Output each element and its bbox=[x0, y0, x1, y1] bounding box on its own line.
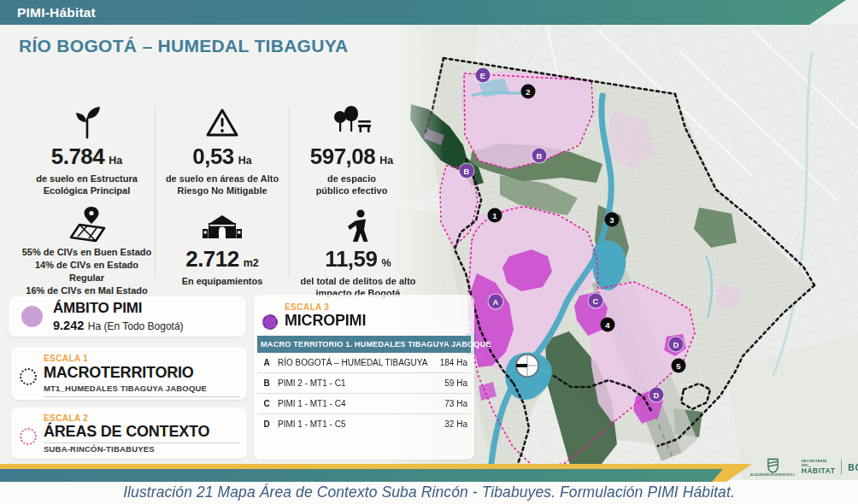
park-icon bbox=[294, 101, 409, 140]
legend-ambito-pimi: ÁMBITO PIMI 9.242 Ha (En Todo Bogotá) bbox=[9, 296, 246, 337]
map-marker-c: C bbox=[589, 294, 603, 308]
table-row: B PIMI 2 - MT1 - C1 59 Ha bbox=[257, 373, 471, 394]
divider bbox=[155, 107, 156, 278]
legend-escala1-macroterritorio: ESCALA 1 MACROTERRITORIO MT1_HUMEDALES T… bbox=[11, 347, 247, 400]
footer-bar-teal bbox=[0, 469, 723, 482]
map-marker-a: A bbox=[489, 295, 503, 309]
table-row: A RÍO BOGOTÁ – HUMEDAL TIBAGUYA 184 Ha bbox=[257, 353, 471, 373]
stat-delitos: 11,59% del total de delitos de alto impa… bbox=[294, 203, 422, 299]
map-marker-3: 3 bbox=[605, 213, 620, 227]
map-marker-b2: B bbox=[460, 164, 474, 179]
brand-title: PIMI-Hábitat bbox=[0, 5, 96, 21]
bogota-logo: BOGOTÁ ★ bbox=[848, 462, 858, 472]
table-row: D PIMI 1 - MT1 - C5 32 Ha bbox=[257, 414, 471, 434]
ambito-swatch-circle bbox=[21, 306, 43, 327]
table-row: C PIMI 1 - MT1 - C4 73 Ha bbox=[257, 394, 471, 414]
micropimi-table: MACRO TERRITORIO 1. HUMEDALES TIBAGUYA J… bbox=[257, 336, 471, 434]
micropimi-swatch-circle bbox=[262, 314, 278, 330]
map-marker-e: E bbox=[476, 68, 491, 83]
logo-divider bbox=[841, 460, 842, 475]
institutional-logos: ALCALDÍA MAYOR DE BOGOTÁ D.C. SECRETARÍA… bbox=[750, 454, 858, 481]
person-icon bbox=[294, 203, 422, 243]
civic-building-icon bbox=[157, 203, 287, 243]
contexto-swatch-circle bbox=[20, 428, 37, 445]
warning-triangle-icon bbox=[157, 101, 287, 140]
alcaldia-shield-logo: ALCALDÍA MAYOR DE BOGOTÁ D.C. bbox=[750, 458, 796, 477]
map-marker-d2: D bbox=[649, 388, 664, 402]
stat-civs: 55% de CIVs en Buen Estado 14% de CIVs e… bbox=[21, 203, 153, 296]
map-marker-d: D bbox=[669, 337, 684, 352]
figure-caption: Ilustración 21 Mapa Área de Contexto Sub… bbox=[0, 483, 858, 501]
stat-equipamientos: 2.712m2 En equipamientos bbox=[157, 203, 287, 287]
map-marker-2: 2 bbox=[521, 85, 536, 99]
shield-icon bbox=[767, 458, 779, 473]
table-header: MACRO TERRITORIO 1. HUMEDALES TIBAGUYA J… bbox=[257, 336, 471, 353]
stat-estructura-ecologica: 5.784Ha de suelo en Estructura Ecológica… bbox=[21, 101, 153, 196]
secretaria-habitat-logo: SECRETARÍA DEL HÁBITAT bbox=[802, 460, 836, 475]
compass-icon bbox=[516, 355, 538, 377]
road-map-pin-icon bbox=[21, 203, 153, 243]
divider bbox=[289, 107, 290, 278]
map-marker-5: 5 bbox=[672, 359, 686, 373]
stat-riesgo: 0,53Ha de suelo en áreas de Alto Riesgo … bbox=[157, 101, 287, 196]
header-bar: PIMI-Hábitat bbox=[0, 0, 846, 25]
map-marker-1: 1 bbox=[488, 208, 502, 223]
stat-espacio-publico: 597,08Ha de espacio público efectivo bbox=[294, 101, 409, 196]
map-marker-4: 4 bbox=[601, 318, 615, 332]
legend-escala3-micropimi: ESCALA 3 MICROPIMI MACRO TERRITORIO 1. H… bbox=[254, 295, 474, 460]
legend-escala2-areas-contexto: ESCALA 2 ÁREAS DE CONTEXTO SUBA-RINCÓN-T… bbox=[11, 407, 247, 459]
map-marker-b: B bbox=[532, 149, 547, 163]
sprout-icon bbox=[21, 101, 153, 140]
macroterritorio-swatch-circle bbox=[20, 368, 37, 385]
page-title: RÍO BOGOTÁ – HUMEDAL TIBAGUYA bbox=[19, 36, 349, 56]
